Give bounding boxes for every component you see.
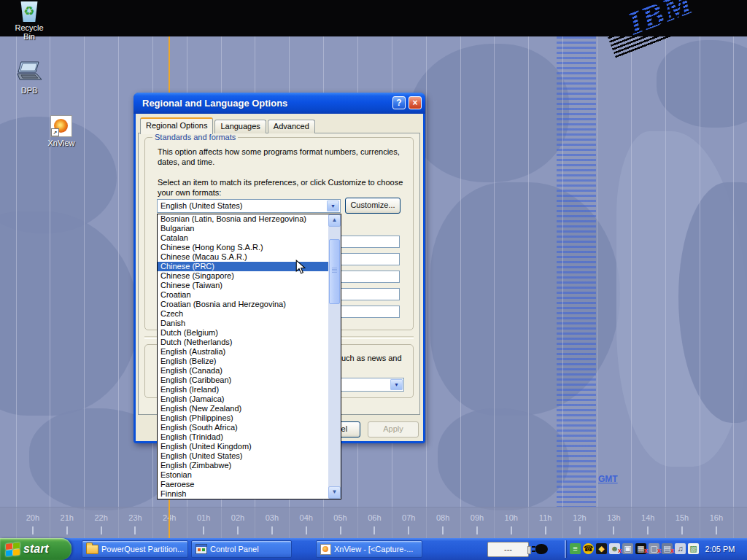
- taskbar-button-control-panel[interactable]: Control Panel: [191, 540, 292, 558]
- locale-option[interactable]: English (United States): [158, 451, 328, 461]
- timezone-line: [494, 36, 495, 538]
- apply-button: Apply: [368, 421, 419, 438]
- phone-tool-icon[interactable]: ☎: [583, 543, 594, 554]
- close-button[interactable]: ×: [409, 96, 422, 109]
- timezone-line: [665, 36, 666, 538]
- power-meter-icon[interactable]: ◆: [596, 543, 607, 554]
- ac-power-plug-icon[interactable]: [535, 544, 548, 554]
- timezone-hour-label: 10h: [505, 513, 518, 522]
- safely-remove-hardware-icon[interactable]: ≡: [570, 543, 581, 554]
- disconnected-drive-icon[interactable]: ▢x: [649, 543, 659, 554]
- timezone-line: [50, 36, 50, 538]
- chart-tool-icon[interactable]: ▦x: [635, 543, 646, 554]
- battery-meter[interactable]: ---: [487, 542, 529, 557]
- timezone-line: [16, 36, 17, 538]
- locale-option[interactable]: Faeroese: [158, 480, 328, 489]
- taskbar-button-label: PowerQuest Partition...: [101, 545, 184, 553]
- network-offline-icon[interactable]: ▤x: [662, 543, 673, 554]
- locale-option[interactable]: Estonian: [158, 470, 328, 480]
- timezone-tick: [647, 526, 649, 534]
- formats-description: This option affects how some programs fo…: [158, 147, 409, 167]
- timezone-tick: [579, 526, 581, 534]
- locale-option[interactable]: Croatian (Bosnia and Herzegovina): [158, 300, 328, 309]
- timezone-line: [528, 36, 529, 538]
- locale-option[interactable]: English (Caribbean): [158, 376, 328, 385]
- locale-option[interactable]: English (Canada): [158, 366, 328, 376]
- timezone-tick: [511, 526, 512, 534]
- locale-option[interactable]: Finnish: [158, 489, 328, 499]
- start-button[interactable]: start: [0, 538, 71, 560]
- locale-option[interactable]: English (Philippines): [158, 413, 328, 423]
- timezone-tick: [306, 526, 307, 534]
- timezone-tick: [203, 526, 204, 534]
- timezone-line: [84, 36, 85, 538]
- tab-strip: Regional Options Languages Advanced: [140, 120, 317, 133]
- control-panel-icon: [196, 544, 207, 554]
- locale-option[interactable]: English (Ireland): [158, 385, 328, 394]
- tray-glyph: ≡: [573, 543, 577, 554]
- xnview-icon[interactable]: ↗ XnView: [41, 115, 82, 147]
- locale-option[interactable]: Dutch (Belgium): [158, 328, 328, 338]
- timezone-tick: [237, 526, 239, 534]
- locale-option[interactable]: Croatian: [158, 290, 328, 300]
- locale-option[interactable]: English (Jamaica): [158, 394, 328, 404]
- locale-option[interactable]: English (Belize): [158, 357, 328, 366]
- chevron-down-icon[interactable]: ▼: [390, 379, 403, 390]
- timezone-hour-label: 11h: [539, 513, 552, 522]
- dialog-title: Regional and Language Options: [142, 98, 287, 109]
- disconnected-badge: x: [657, 545, 661, 556]
- locale-listbox[interactable]: Bosnian (Latin, Bosnia and Herzegovina)B…: [157, 214, 341, 499]
- locale-option[interactable]: English (Zimbabwe): [158, 461, 328, 470]
- locale-option[interactable]: Dutch (Netherlands): [158, 338, 328, 347]
- recycle-bin-glyph: ♻: [20, 1, 39, 22]
- taskbar-button-xnview[interactable]: XnView - [<Capture-...: [316, 540, 422, 558]
- scroll-up-icon[interactable]: ▲: [328, 214, 341, 227]
- locale-option[interactable]: Bosnian (Latin, Bosnia and Herzegovina): [158, 214, 328, 224]
- locale-option[interactable]: Catalan: [158, 233, 328, 243]
- locale-option[interactable]: English (New Zealand): [158, 404, 328, 413]
- desktop: 20h21h22h23h24h01h02h03h04h05h06h07h08h0…: [0, 0, 747, 560]
- tab-regional-options[interactable]: Regional Options: [140, 117, 213, 134]
- listbox-scrollbar[interactable]: ▲ ▼: [328, 214, 341, 499]
- locale-combobox-value: English (United States): [160, 201, 243, 210]
- start-label: start: [23, 542, 49, 556]
- timezone-bar: 20h21h22h23h24h01h02h03h04h05h06h07h08h0…: [0, 507, 747, 539]
- locale-option[interactable]: English (Australia): [158, 347, 328, 357]
- scrollbar-thumb[interactable]: [329, 239, 340, 304]
- timezone-tick: [134, 526, 136, 534]
- locale-option[interactable]: English (South Africa): [158, 423, 328, 432]
- help-button[interactable]: ?: [392, 96, 406, 109]
- gmt-label: GMT: [598, 474, 618, 484]
- locale-combobox[interactable]: English (United States) ▼: [157, 199, 341, 213]
- dialog-titlebar[interactable]: Regional and Language Options: [133, 93, 425, 114]
- locale-option[interactable]: English (United Kingdom): [158, 442, 328, 451]
- locale-option[interactable]: Chinese (Hong Kong S.A.R.): [158, 243, 328, 252]
- locale-option[interactable]: Czech: [158, 309, 328, 319]
- timezone-line: [733, 36, 734, 538]
- tab-advanced[interactable]: Advanced: [268, 120, 315, 133]
- locale-option[interactable]: Danish: [158, 319, 328, 328]
- scroll-down-icon[interactable]: ▼: [328, 486, 341, 499]
- folder-icon: [86, 545, 98, 554]
- customize-button[interactable]: Customize...: [345, 198, 400, 214]
- tray-glyph: ◆: [598, 543, 604, 554]
- timezone-hour-label: 04h: [300, 513, 313, 522]
- volume-icon[interactable]: ♫: [675, 543, 686, 554]
- chevron-down-icon[interactable]: ▼: [327, 201, 339, 211]
- locale-option[interactable]: Bulgarian: [158, 224, 328, 233]
- location-text-fragment: uch as news and: [341, 353, 402, 363]
- dpb-icon[interactable]: DPB: [9, 61, 50, 95]
- locale-option[interactable]: English (Trinidad): [158, 432, 328, 442]
- timezone-hour-label: 06h: [368, 513, 381, 522]
- timezone-hour-label: 01h: [197, 513, 210, 522]
- timezone-hour-label: 05h: [333, 513, 347, 522]
- offline-users-icon[interactable]: ☻x: [609, 543, 620, 554]
- network-computer-icon[interactable]: ▣: [622, 543, 633, 554]
- taskbar-button-powerquest[interactable]: PowerQuest Partition...: [82, 540, 188, 558]
- locale-option[interactable]: Chinese (Taiwan): [158, 281, 328, 290]
- recycle-bin-icon[interactable]: ♻ Recycle Bin: [9, 1, 50, 41]
- timezone-tick: [66, 526, 68, 534]
- taskbar-clock[interactable]: 2:05 PM: [697, 538, 743, 560]
- tray-glyph: ♫: [677, 543, 683, 554]
- tab-languages[interactable]: Languages: [214, 120, 266, 133]
